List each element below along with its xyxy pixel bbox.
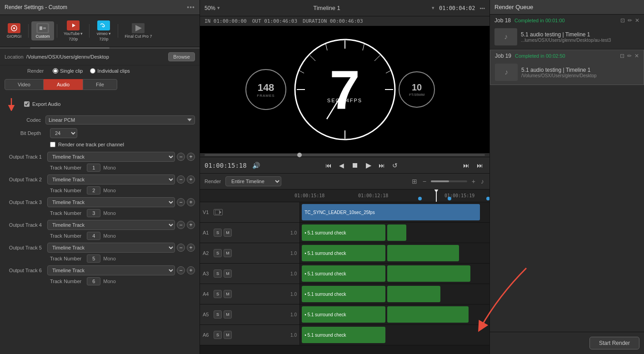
track-num-1-input[interactable] xyxy=(87,164,100,172)
output-track-5-plus[interactable]: + xyxy=(187,244,195,252)
a5-track-content[interactable]: • 5.1 surround check xyxy=(300,304,489,324)
tab-video[interactable]: Video xyxy=(5,79,44,90)
single-clip-radio[interactable] xyxy=(53,68,58,74)
zoom-track[interactable] xyxy=(431,180,467,182)
a6-track-content[interactable]: • 5.1 surround check xyxy=(300,325,489,345)
preset-vimeo[interactable]: vimeo ▾ 720p xyxy=(92,19,115,43)
a1-clip-2[interactable] xyxy=(387,224,406,241)
v1-clip-1[interactable]: TC_SYNC_LEADER_10sec_25fps xyxy=(302,204,480,220)
step-back-btn[interactable]: ◀ xyxy=(337,161,346,170)
stop-btn[interactable]: ⏹ xyxy=(349,160,360,170)
job-18-monitor-btn[interactable]: ⊡ xyxy=(620,17,625,24)
export-audio-checkbox[interactable] xyxy=(24,101,30,107)
output-track-5-select[interactable]: Timeline Track xyxy=(47,243,175,253)
panel-dots-btn[interactable]: ••• xyxy=(187,4,195,11)
track-num-3-input[interactable] xyxy=(87,209,100,217)
a4-s-btn[interactable]: S xyxy=(214,290,222,298)
a5-m-btn[interactable]: M xyxy=(224,310,232,319)
a2-track-content[interactable]: • 5.1 surround check xyxy=(300,243,489,263)
skip-to-end2-btn[interactable]: ⏭ xyxy=(475,161,485,170)
a6-m-btn[interactable]: M xyxy=(224,331,232,339)
individual-clips-radio[interactable] xyxy=(90,68,95,74)
v1-track-content[interactable]: TC_SYNC_LEADER_10sec_25fps xyxy=(300,202,489,222)
job-19-edit-btn[interactable]: ✏ xyxy=(627,53,632,59)
output-track-1-minus[interactable]: − xyxy=(177,153,185,161)
a1-s-btn[interactable]: S xyxy=(214,229,222,237)
a2-s-btn[interactable]: S xyxy=(214,249,222,257)
track-num-2-input[interactable] xyxy=(87,186,100,194)
job-18-close-btn[interactable]: ✕ xyxy=(635,17,639,24)
track-num-4-input[interactable] xyxy=(87,232,100,240)
browse-button[interactable]: Browse xyxy=(168,52,195,61)
center-dots-btn[interactable]: ••• xyxy=(479,5,485,11)
tab-audio[interactable]: Audio xyxy=(44,79,83,90)
a5-clip-2[interactable] xyxy=(387,306,469,323)
bitdepth-select[interactable]: 24 16 xyxy=(50,128,77,138)
job-19-monitor-btn[interactable]: ⊡ xyxy=(620,53,624,59)
a4-m-btn[interactable]: M xyxy=(224,290,232,298)
track-num-5-input[interactable] xyxy=(87,254,100,263)
zoom-dropdown-icon[interactable]: ▾ xyxy=(217,5,220,11)
playback-scrubber-row[interactable] xyxy=(200,153,489,157)
render-grid-btn[interactable]: ⊞ xyxy=(411,177,418,186)
preset-youtube[interactable]: YouTube ▾ 720p xyxy=(60,19,86,43)
preset-giorgi[interactable]: GIORGI xyxy=(3,21,25,40)
single-clip-option[interactable]: Single clip xyxy=(53,68,83,74)
track-num-6-input[interactable] xyxy=(87,277,100,285)
codec-select[interactable]: Linear PCM AAC xyxy=(45,115,195,125)
volume-btn[interactable]: 🔊 xyxy=(250,161,262,170)
a4-clip-1[interactable]: • 5.1 surround check xyxy=(302,286,385,302)
output-track-4-plus[interactable]: + xyxy=(187,221,195,229)
output-track-4-minus[interactable]: − xyxy=(177,221,185,229)
a6-clip-1[interactable]: • 5.1 surround check xyxy=(302,327,385,343)
output-track-3-select[interactable]: Timeline Track xyxy=(47,197,175,207)
youtube-dropdown-arrow[interactable]: ▾ xyxy=(80,31,83,36)
a3-clip-2[interactable] xyxy=(387,265,470,282)
skip-to-start-btn[interactable]: ⏮ xyxy=(324,161,334,170)
a2-clip-2[interactable] xyxy=(387,245,459,261)
skip-to-end-btn[interactable]: ⏭ xyxy=(461,161,471,170)
render-track-checkbox[interactable] xyxy=(50,142,55,147)
render-audio-btn[interactable]: ♪ xyxy=(480,177,485,186)
output-track-2-minus[interactable]: − xyxy=(177,175,185,184)
scrubber-bar[interactable] xyxy=(205,154,485,156)
tab-file[interactable]: File xyxy=(83,79,117,90)
job-18-edit-btn[interactable]: ✏ xyxy=(628,17,632,24)
output-track-4-select[interactable]: Timeline Track xyxy=(47,220,175,230)
render-zoom-out-btn[interactable]: − xyxy=(422,177,427,186)
scrubber-position-thumb[interactable] xyxy=(297,153,302,157)
a1-clip-1[interactable]: • 5.1 surround check xyxy=(302,224,385,241)
output-track-5-minus[interactable]: − xyxy=(177,244,185,252)
start-render-button[interactable]: Start Render xyxy=(589,337,639,349)
render-zoom-in-btn[interactable]: + xyxy=(471,177,476,186)
render-dropdown[interactable]: Entire Timeline xyxy=(225,176,281,186)
a5-clip-1[interactable]: • 5.1 surround check xyxy=(302,306,385,323)
output-track-6-select[interactable]: Timeline Track xyxy=(47,265,175,275)
a3-s-btn[interactable]: S xyxy=(214,269,222,278)
timeline-dropdown-icon[interactable]: ▾ xyxy=(432,5,434,11)
preset-finalcut[interactable]: Final Cut Pro 7 xyxy=(121,21,155,40)
output-track-2-plus[interactable]: + xyxy=(187,175,195,184)
a5-s-btn[interactable]: S xyxy=(214,310,222,319)
a4-track-content[interactable]: • 5.1 surround check xyxy=(300,284,489,304)
a3-clip-1[interactable]: • 5.1 surround check xyxy=(302,265,385,282)
output-track-6-plus[interactable]: + xyxy=(187,266,195,274)
output-track-1-select[interactable]: Timeline Track xyxy=(47,152,175,162)
a3-track-content[interactable]: • 5.1 surround check xyxy=(300,264,489,284)
job-19-close-btn[interactable]: ✕ xyxy=(634,53,639,59)
a4-clip-2[interactable] xyxy=(387,286,440,302)
a1-m-btn[interactable]: M xyxy=(224,229,232,237)
a6-s-btn[interactable]: S xyxy=(214,331,222,339)
skip-forward-btn[interactable]: ⏭ xyxy=(377,161,387,170)
output-track-3-minus[interactable]: − xyxy=(177,198,185,206)
play-btn[interactable]: ▶ xyxy=(364,160,373,170)
output-track-1-plus[interactable]: + xyxy=(187,153,195,161)
a1-track-content[interactable]: • 5.1 surround check xyxy=(300,223,489,243)
a2-m-btn[interactable]: M xyxy=(224,249,232,257)
output-track-2-select[interactable]: Timeline Track xyxy=(47,175,175,184)
individual-clips-option[interactable]: Individual clips xyxy=(90,68,130,74)
a3-m-btn[interactable]: M xyxy=(224,269,232,278)
loop-btn[interactable]: ↺ xyxy=(390,161,399,170)
output-track-6-minus[interactable]: − xyxy=(177,266,185,274)
preset-custom[interactable]: Custom xyxy=(31,21,54,40)
